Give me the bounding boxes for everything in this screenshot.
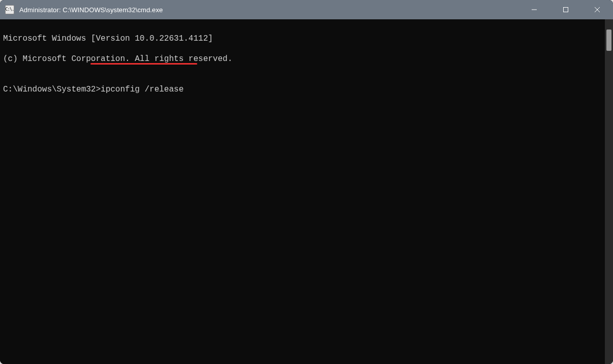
cmd-icon: C:\. bbox=[5, 5, 14, 14]
scrollbar[interactable] bbox=[605, 19, 613, 364]
minimize-icon bbox=[532, 7, 537, 12]
svg-rect-1 bbox=[564, 8, 568, 12]
maximize-icon bbox=[563, 7, 568, 12]
terminal-prompt: C:\Windows\System32> bbox=[3, 85, 101, 94]
close-icon bbox=[595, 7, 600, 12]
window-controls bbox=[518, 0, 613, 19]
cmd-icon-text: C:\. bbox=[5, 8, 14, 12]
scrollbar-thumb[interactable] bbox=[606, 29, 611, 51]
red-underline-annotation bbox=[90, 63, 197, 65]
terminal-line: (c) Microsoft Corporation. All rights re… bbox=[3, 54, 602, 64]
terminal-area: Microsoft Windows [Version 10.0.22631.41… bbox=[0, 19, 613, 364]
close-button[interactable] bbox=[581, 0, 613, 19]
window-title: Administrator: C:\WINDOWS\system32\cmd.e… bbox=[19, 6, 518, 14]
terminal-command: ipconfig /release bbox=[101, 85, 183, 94]
titlebar[interactable]: C:\. Administrator: C:\WINDOWS\system32\… bbox=[0, 0, 613, 19]
cmd-window: C:\. Administrator: C:\WINDOWS\system32\… bbox=[0, 0, 613, 364]
minimize-button[interactable] bbox=[518, 0, 550, 19]
maximize-button[interactable] bbox=[550, 0, 581, 19]
terminal-line: Microsoft Windows [Version 10.0.22631.41… bbox=[3, 34, 602, 44]
terminal-content[interactable]: Microsoft Windows [Version 10.0.22631.41… bbox=[0, 19, 605, 364]
